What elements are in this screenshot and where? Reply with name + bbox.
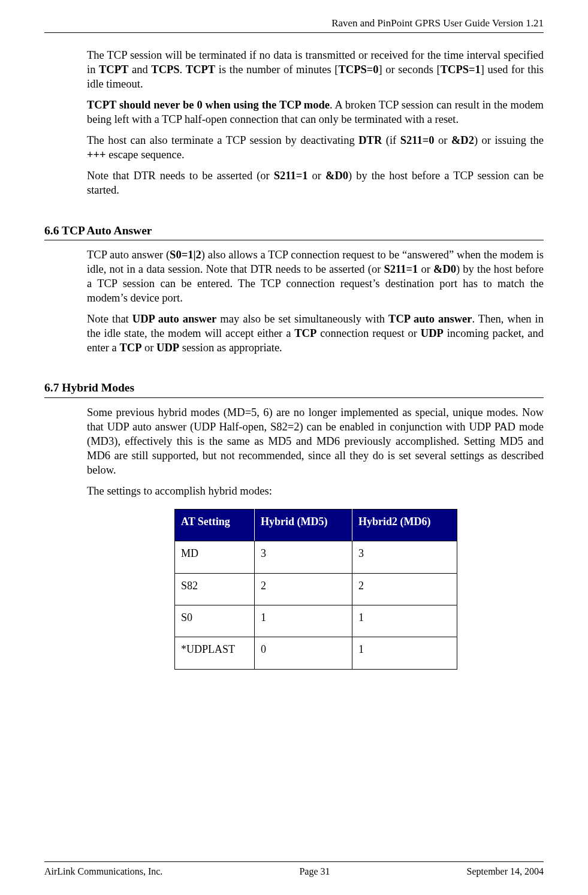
text-bold: TCPT [186,64,215,76]
table-cell: 3 [352,541,457,573]
text-bold: TCPS=1 [441,64,481,76]
table-header-cell: AT Setting [175,509,255,541]
table-header-cell: Hybrid2 (MD6) [352,509,457,541]
text-bold: TCPT [99,64,128,76]
text: or [308,170,325,182]
text-bold: S0=1|2 [170,249,201,261]
footer-right: September 14, 2004 [467,866,544,878]
paragraph: TCP auto answer (S0=1|2) also allows a T… [87,248,544,305]
table-cell: 0 [255,637,352,669]
paragraph: Note that UDP auto answer may also be se… [87,312,544,355]
text-bold: +++ [87,149,106,161]
text: may also be set simultaneously with [216,313,388,325]
text-bold: S211=0 [400,134,435,146]
text-bold: TCPT should never be 0 when using the TC… [87,99,330,111]
table-row: MD 3 3 [175,541,457,573]
text-bold: UDP auto answer [132,313,217,325]
table-cell: MD [175,541,255,573]
table-cell: 1 [352,637,457,669]
text: connection request or [316,327,421,339]
table-cell: 3 [255,541,352,573]
text: (if [382,134,400,146]
table-cell: 1 [255,605,352,637]
text-bold: &D0 [325,170,348,182]
text: The host can also terminate a TCP sessio… [87,134,358,146]
text-bold: S211=1 [384,263,418,275]
text: or [418,263,433,275]
text: or [141,342,156,354]
table-cell: S0 [175,605,255,637]
footer-center: Page 31 [299,866,330,878]
table-cell: 1 [352,605,457,637]
text-bold: S211=1 [274,170,308,182]
table-row: S0 1 1 [175,605,457,637]
section-rule [44,240,544,240]
text-bold: TCP [119,342,141,354]
section-heading-6-7: 6.7 Hybrid Modes [44,380,544,395]
text-bold: UDP [421,327,444,339]
section-rule [44,397,544,398]
footer: AirLink Communications, Inc. Page 31 Sep… [44,861,544,878]
text: is the number of minutes [ [215,64,338,76]
text-bold: TCPS [151,64,179,76]
text-bold: &D0 [433,263,456,275]
text: . [180,64,186,76]
text: Note that [87,313,132,325]
hybrid-modes-table: AT Setting Hybrid (MD5) Hybrid2 (MD6) MD… [174,509,457,670]
text-bold: DTR [358,134,382,146]
text-bold: UDP [156,342,179,354]
text: escape sequence. [106,149,185,161]
table-row: S82 2 2 [175,573,457,605]
table-header-row: AT Setting Hybrid (MD5) Hybrid2 (MD6) [175,509,457,541]
paragraph: Note that DTR needs to be asserted (or S… [87,168,544,197]
text-bold: &D2 [451,134,474,146]
text-bold: TCPS=0 [338,64,378,76]
table-header-cell: Hybrid (MD5) [255,509,352,541]
text: ] or seconds [ [379,64,441,76]
text-bold: TCP auto answer [388,313,472,325]
paragraph: The TCP session will be terminated if no… [87,48,544,91]
table-cell: 2 [255,573,352,605]
running-header: Raven and PinPoint GPRS User Guide Versi… [44,17,544,32]
paragraph: The settings to accomplish hybrid modes: [87,484,544,498]
text: or [435,134,451,146]
text-bold: TCP [294,327,316,339]
text: and [128,64,151,76]
table-cell: *UDPLAST [175,637,255,669]
paragraph: TCPT should never be 0 when using the TC… [87,98,544,126]
header-rule [44,32,544,33]
text: session as appropriate. [179,342,282,354]
paragraph: Some previous hybrid modes (MD=5, 6) are… [87,405,544,477]
section-heading-6-6: 6.6 TCP Auto Answer [44,223,544,238]
text: TCP auto answer ( [87,249,170,261]
text: ) or issuing the [474,134,544,146]
table-cell: 2 [352,573,457,605]
table-cell: S82 [175,573,255,605]
paragraph: The host can also terminate a TCP sessio… [87,133,544,162]
footer-left: AirLink Communications, Inc. [44,866,162,878]
table-row: *UDPLAST 0 1 [175,637,457,669]
text: Note that DTR needs to be asserted (or [87,170,274,182]
